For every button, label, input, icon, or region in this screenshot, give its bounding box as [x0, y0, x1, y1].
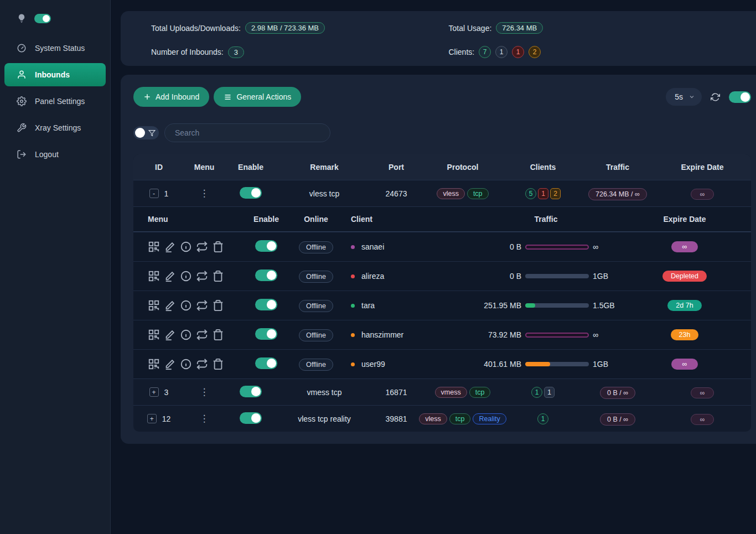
transport-badge: tcp: [469, 387, 491, 398]
enable-toggle[interactable]: [240, 187, 262, 199]
edit-icon[interactable]: [164, 270, 176, 282]
stats-card: Total Uploads/Downloads: 2.98 MB / 723.3…: [121, 11, 756, 66]
qr-code-icon[interactable]: [148, 241, 160, 253]
add-inbound-button[interactable]: Add Inbound: [133, 87, 209, 107]
auto-refresh-toggle[interactable]: [729, 91, 751, 103]
info-icon[interactable]: [180, 299, 192, 312]
chevron-down-icon: [688, 94, 695, 100]
sidebar-item-system-status[interactable]: System Status: [0, 37, 110, 60]
online-status-badge: Offline: [299, 300, 333, 312]
clients-total-badge: 1: [495, 46, 508, 58]
add-inbound-label: Add Inbound: [156, 92, 199, 101]
sidebar-item-label: Panel Settings: [35, 97, 85, 106]
sidebar-item-panel-settings[interactable]: Panel Settings: [0, 90, 110, 113]
expand-row-button[interactable]: +: [149, 387, 159, 397]
reset-traffic-icon[interactable]: [196, 329, 208, 341]
delete-icon[interactable]: [212, 329, 224, 341]
col-client: Client: [341, 215, 474, 224]
delete-icon[interactable]: [212, 358, 224, 370]
client-color-dot: [351, 245, 355, 249]
sidebar-item-logout[interactable]: Logout: [0, 143, 110, 166]
theme-toggle[interactable]: [34, 14, 51, 23]
sidebar-item-xray-settings[interactable]: Xray Settings: [0, 116, 110, 139]
clients-online-count: 5: [525, 188, 536, 199]
col-clients: Clients: [504, 163, 582, 172]
qr-code-icon[interactable]: [148, 358, 160, 370]
traffic-badge: 0 B / ∞: [600, 413, 635, 426]
collapse-row-button[interactable]: -: [149, 189, 159, 198]
traffic-limit: 1.5GB: [593, 301, 618, 310]
client-color-dot: [351, 274, 355, 278]
client-enable-toggle[interactable]: [255, 240, 277, 252]
client-enable-toggle[interactable]: [255, 269, 277, 281]
qr-code-icon[interactable]: [148, 270, 160, 282]
inbound-port: 24673: [371, 189, 421, 198]
inbound-remark: vless tcp: [277, 189, 371, 198]
delete-icon[interactable]: [212, 241, 224, 253]
edit-icon[interactable]: [164, 299, 176, 312]
client-color-dot: [351, 333, 355, 337]
qr-code-icon[interactable]: [148, 299, 160, 312]
protocol-badge: vmess: [435, 387, 467, 398]
info-icon[interactable]: [180, 270, 192, 282]
traffic-used: 0 B: [474, 272, 521, 281]
reset-traffic-icon[interactable]: [196, 358, 208, 370]
row-menu-button[interactable]: ⋮: [200, 188, 209, 199]
gear-icon: [17, 96, 27, 106]
search-input[interactable]: [164, 123, 330, 142]
client-enable-toggle[interactable]: [255, 328, 277, 340]
reset-traffic-icon[interactable]: [196, 270, 208, 282]
info-icon[interactable]: [180, 241, 192, 253]
traffic-used: 0 B: [474, 242, 521, 251]
client-expire-badge: 23h: [671, 329, 699, 340]
info-icon[interactable]: [180, 329, 192, 341]
general-actions-button[interactable]: General Actions: [214, 87, 301, 107]
client-enable-toggle[interactable]: [255, 299, 277, 310]
enable-toggle[interactable]: [240, 386, 262, 397]
client-row: Offline alireza 0 B 1GB Depleted: [133, 261, 751, 291]
stat-label: Clients:: [449, 48, 475, 56]
refresh-interval-select[interactable]: 5s: [666, 88, 702, 106]
clients-online-count: 1: [531, 387, 542, 398]
online-status-badge: Offline: [299, 241, 333, 253]
reset-traffic-icon[interactable]: [196, 299, 208, 312]
user-icon: [17, 70, 27, 80]
traffic-used: 251.95 MB: [474, 301, 521, 310]
reality-badge: Reality: [473, 413, 506, 424]
inbound-port: 16871: [371, 388, 421, 397]
reset-traffic-icon[interactable]: [196, 241, 208, 253]
stat-clients: Clients: 7 1 1 2: [449, 46, 747, 58]
edit-icon[interactable]: [164, 329, 176, 341]
delete-icon[interactable]: [212, 299, 224, 312]
stat-value-badge: 2.98 MB / 723.36 MB: [245, 22, 325, 34]
col-id: ID: [133, 163, 184, 172]
refresh-icon[interactable]: [711, 92, 720, 102]
col-online: Online: [291, 215, 341, 224]
col-menu: Menu: [133, 215, 241, 224]
col-remark: Remark: [277, 163, 371, 172]
sidebar-item-label: Logout: [35, 150, 59, 159]
delete-icon[interactable]: [212, 270, 224, 282]
sidebar: System Status Inbounds Panel Settings Xr…: [0, 0, 111, 534]
col-protocol: Protocol: [421, 163, 504, 172]
sidebar-item-inbounds[interactable]: Inbounds: [4, 63, 106, 86]
enable-toggle[interactable]: [240, 412, 262, 424]
online-status-badge: Offline: [299, 271, 333, 283]
row-menu-button[interactable]: ⋮: [200, 387, 209, 397]
row-menu-button[interactable]: ⋮: [200, 413, 209, 424]
online-status-badge: Offline: [299, 329, 333, 341]
client-enable-toggle[interactable]: [255, 357, 277, 369]
wrench-icon: [17, 123, 27, 133]
info-icon[interactable]: [180, 358, 192, 370]
expand-row-button[interactable]: +: [147, 414, 157, 423]
inbound-remark: vless tcp reality: [277, 414, 371, 423]
edit-icon[interactable]: [164, 358, 176, 370]
stat-total-updown: Total Uploads/Downloads: 2.98 MB / 723.3…: [151, 22, 449, 34]
inbound-id: 12: [162, 414, 171, 423]
sidebar-item-label: Inbounds: [35, 70, 70, 79]
clients-total-count: 1: [544, 387, 555, 398]
edit-icon[interactable]: [164, 241, 176, 253]
qr-code-icon[interactable]: [148, 329, 160, 341]
client-row: Offline sanaei 0 B ∞ ∞: [133, 232, 751, 261]
filter-toggle[interactable]: [133, 126, 159, 139]
